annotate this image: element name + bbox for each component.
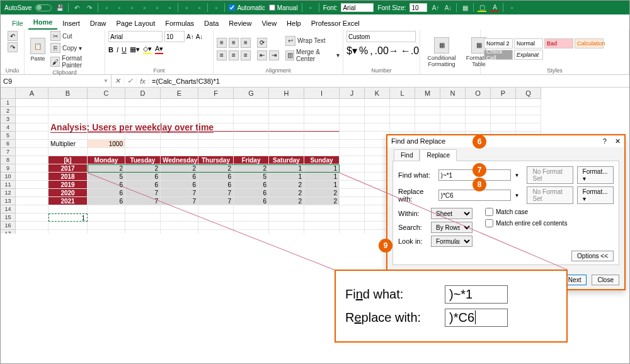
tab-find[interactable]: Find (394, 149, 420, 161)
italic-button[interactable]: I (117, 46, 118, 54)
font-name-select[interactable] (108, 31, 163, 42)
cell[interactable] (198, 230, 234, 234)
decrease-decimal-button[interactable]: ←.0 (401, 45, 419, 57)
qat-icon-generic[interactable]: ▫ (195, 3, 203, 12)
cell[interactable] (16, 222, 49, 230)
cell[interactable] (125, 205, 161, 213)
cell[interactable] (198, 140, 234, 148)
cell[interactable] (125, 140, 161, 148)
cell[interactable] (88, 107, 125, 115)
cell[interactable] (304, 148, 340, 156)
cell[interactable] (49, 99, 88, 107)
select-all-corner[interactable] (1, 88, 16, 99)
cell[interactable] (125, 107, 161, 115)
cell[interactable]: 6 (125, 181, 161, 189)
indent-increase-icon[interactable]: ⇥ (269, 50, 279, 60)
cut-button[interactable]: ✂Cut (50, 31, 101, 41)
cell[interactable] (16, 213, 49, 222)
cell[interactable] (340, 222, 365, 230)
cell[interactable] (16, 164, 49, 173)
cell[interactable] (125, 222, 161, 230)
cancel-icon[interactable]: ✕ (112, 77, 124, 85)
row-header[interactable]: 9 (1, 164, 16, 173)
borders-button[interactable]: ▦▾ (130, 45, 140, 54)
cell[interactable]: Friday (234, 156, 269, 164)
tab-data[interactable]: Data (199, 17, 224, 30)
cell[interactable]: 6 (234, 189, 269, 197)
cell[interactable] (304, 115, 340, 123)
cell[interactable] (340, 164, 365, 173)
align-right-icon[interactable]: ≡ (241, 50, 251, 60)
cell[interactable] (466, 99, 491, 107)
cell[interactable] (16, 197, 49, 205)
orientation-icon[interactable]: ⟳ (257, 38, 267, 48)
row-header[interactable]: 15 (1, 213, 16, 222)
close-button[interactable]: Close (592, 275, 619, 285)
cell[interactable] (161, 123, 198, 132)
cell[interactable] (516, 123, 541, 132)
cell[interactable] (390, 123, 415, 132)
cell[interactable] (234, 115, 269, 123)
cell[interactable] (49, 230, 88, 234)
manual-checkbox[interactable]: Manual (269, 4, 298, 11)
cell[interactable]: 6 (161, 181, 198, 189)
row-header[interactable]: 14 (1, 205, 16, 213)
cell[interactable] (125, 132, 161, 140)
qat-icon-generic[interactable]: ▫ (115, 3, 123, 12)
increase-decimal-button[interactable]: .00→ (375, 45, 399, 57)
options-button[interactable]: Options << (571, 251, 614, 261)
cell[interactable]: 7 (198, 197, 234, 205)
cell[interactable] (304, 205, 340, 213)
cell[interactable]: 2017 (49, 164, 88, 173)
cell[interactable]: 2019 (49, 181, 88, 189)
match-entire-checkbox[interactable]: Match entire cell contents (485, 219, 567, 227)
cell[interactable]: 6 (161, 173, 198, 181)
cell[interactable] (16, 123, 49, 132)
cell[interactable] (161, 107, 198, 115)
cell[interactable] (516, 107, 541, 115)
cell[interactable] (161, 148, 198, 156)
qat-icon-generic[interactable]: ▫ (306, 3, 315, 12)
cell[interactable] (234, 107, 269, 115)
cell[interactable] (340, 132, 365, 140)
cell[interactable]: 2 (125, 164, 161, 173)
redo-icon[interactable]: ↷ (8, 42, 18, 52)
tab-view[interactable]: View (256, 17, 282, 30)
row-header[interactable]: 3 (1, 115, 16, 123)
confirm-icon[interactable]: ✓ (124, 77, 137, 85)
qat-icon-generic[interactable]: ▫ (127, 3, 136, 12)
replace-with-input[interactable] (438, 190, 511, 201)
lookin-select[interactable]: Formulas (431, 236, 472, 247)
cell[interactable] (125, 99, 161, 107)
style-calculation[interactable]: Calculation (575, 38, 604, 48)
format-button[interactable]: Format... ▾ (577, 166, 614, 184)
cell[interactable] (390, 107, 415, 115)
cell[interactable] (161, 140, 198, 148)
cell[interactable] (269, 115, 304, 123)
cell[interactable] (88, 205, 125, 213)
cell[interactable] (198, 123, 234, 132)
row-header[interactable]: 6 (1, 140, 16, 148)
cell[interactable]: 6 (198, 181, 234, 189)
style-normal[interactable]: Normal (514, 38, 543, 48)
cell[interactable] (125, 213, 161, 222)
cell[interactable]: 1000 (88, 140, 125, 148)
column-header[interactable]: F (198, 88, 234, 99)
align-top-icon[interactable]: ≡ (217, 38, 227, 48)
cell[interactable] (125, 230, 161, 234)
cell[interactable]: Wednesday (161, 156, 198, 164)
tab-insert[interactable]: Insert (57, 17, 85, 30)
cell[interactable] (16, 230, 49, 234)
cell[interactable]: Analysis: Users per weekday over time (49, 123, 88, 132)
comma-button[interactable]: , (370, 45, 372, 57)
undo-icon[interactable]: ↶ (8, 31, 18, 41)
cell[interactable]: Multiplier (49, 140, 88, 148)
row-header[interactable]: 7 (1, 148, 16, 156)
fx-icon[interactable]: fx (137, 77, 149, 85)
align-middle-icon[interactable]: ≡ (229, 38, 239, 48)
cell[interactable]: 1 (304, 173, 340, 181)
autosave-toggle[interactable] (35, 4, 52, 11)
cell[interactable] (49, 107, 88, 115)
cell[interactable] (16, 156, 49, 164)
cell[interactable] (161, 222, 198, 230)
